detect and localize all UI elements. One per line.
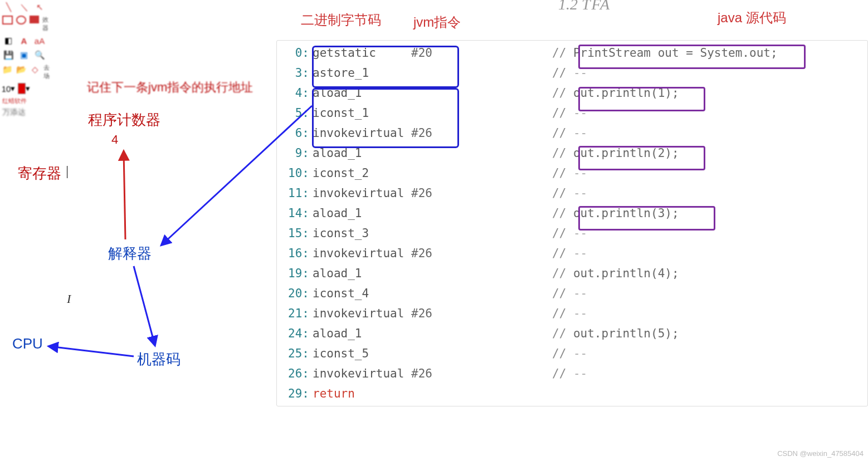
bytecode-heading: 二进制字节码 <box>301 11 381 29</box>
ibeam-icon: I <box>67 292 71 306</box>
watermark: CSDN @weixin_47585404 <box>777 449 864 458</box>
color-select[interactable]: ▾ <box>18 82 30 95</box>
marker-icon[interactable]: aA <box>33 35 46 47</box>
jvm-heading: jvm指令 <box>413 13 461 31</box>
pencil-icon[interactable]: ╲ <box>2 1 14 13</box>
fill-rect-icon[interactable] <box>30 16 39 23</box>
size-select[interactable]: 10▾ <box>2 82 14 95</box>
svg-line-0 <box>124 151 125 239</box>
src-box-4 <box>578 206 715 230</box>
src-box-2 <box>578 87 705 111</box>
brand-label: 红蜡软件 <box>2 97 27 105</box>
diamond-icon[interactable]: ◇ <box>30 63 40 76</box>
machinecode-label: 机器码 <box>137 350 181 369</box>
rect-icon[interactable] <box>2 16 13 24</box>
src-box-3 <box>578 146 705 170</box>
code-row: 24:aload_1// out.println(5); <box>277 323 867 344</box>
zoom-icon[interactable]: 🔍 <box>33 49 46 61</box>
text-cursor-icon: | <box>66 163 69 179</box>
folder-icon[interactable]: 📁 <box>2 63 13 76</box>
eraser-icon[interactable]: ◧ <box>2 35 14 47</box>
code-row: 21:invokevirtual #26// -- <box>277 303 867 323</box>
arrow-icon[interactable]: ↖ <box>33 1 46 13</box>
code-row: 20:iconst_4// -- <box>277 283 867 303</box>
java-heading: java 源代码 <box>718 9 786 27</box>
code-row: 26:invokevirtual #26// -- <box>277 364 867 384</box>
code-row: 10:iconst_2// -- <box>277 163 867 183</box>
editor-label: 效器 <box>42 16 53 32</box>
code-row: 11:invokevirtual #26// -- <box>277 183 867 203</box>
save-icon[interactable]: 💾 <box>2 49 14 61</box>
crop-icon[interactable]: ▣ <box>18 49 30 61</box>
note-label: 记住下一条jvm指令的执行地址 <box>87 79 253 96</box>
line-icon[interactable]: ＼ <box>18 1 30 13</box>
pc-label: 程序计数器 <box>88 110 160 130</box>
instr-box-2 <box>312 88 459 148</box>
cpu-label: CPU <box>12 335 43 352</box>
pc-value: 4 <box>111 133 118 147</box>
drawing-toolbar[interactable]: ╲ ＼ ↖ 效器 ◧ A aA 💾 ▣ 🔍 📁 📂 ◇ 去场 10▾ <box>0 0 56 119</box>
open-icon[interactable]: 📂 <box>16 63 27 76</box>
goto-label: 去场 <box>43 63 53 80</box>
code-row: 19:aload_1// out.println(4); <box>277 263 867 283</box>
svg-line-2 <box>134 266 155 345</box>
register-label: 寄存器 <box>18 164 61 183</box>
instr-box-1 <box>312 46 459 88</box>
text-icon[interactable]: A <box>18 35 30 47</box>
code-row: 25:iconst_5// -- <box>277 344 867 364</box>
svg-line-3 <box>49 346 134 356</box>
version-label: 1.2 TFA <box>558 0 611 13</box>
ellipse-icon[interactable] <box>16 16 27 24</box>
author-label: 万添达 <box>2 107 26 117</box>
code-row: 15:iconst_3// -- <box>277 223 867 243</box>
code-row: 16:invokevirtual #26// -- <box>277 243 867 263</box>
code-row: 29:return <box>277 384 867 404</box>
code-row: 14:aload_1// out.println(3); <box>277 203 867 223</box>
interpreter-label: 解释器 <box>108 244 152 263</box>
src-box-1 <box>578 45 806 69</box>
